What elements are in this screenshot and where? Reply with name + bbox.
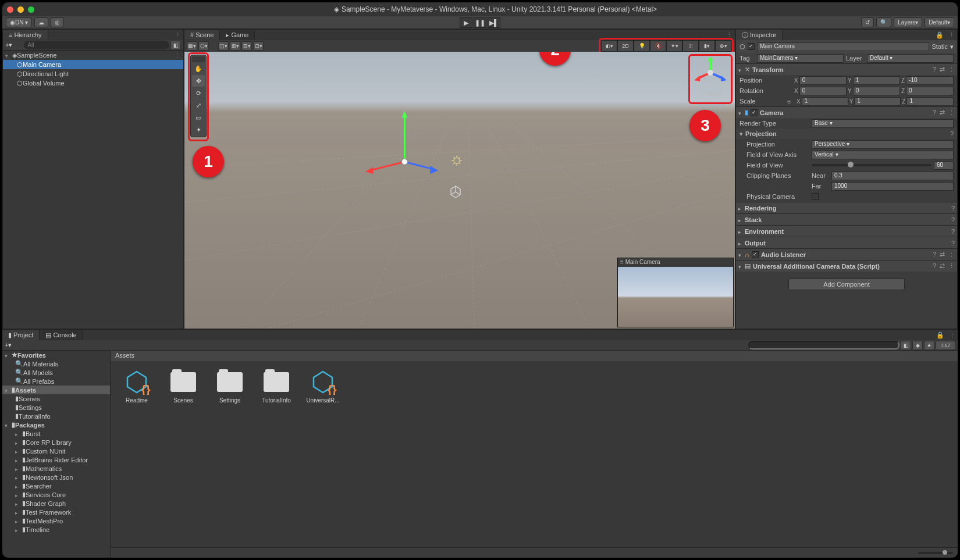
cloud-button[interactable]: ☁ [34,17,48,27]
scene-row[interactable]: ◈ SampleScene⋮ [3,51,183,60]
environment-section[interactable]: Environment? [736,225,957,237]
pkg-nunit[interactable]: ▮ Custom NUnit [2,447,110,455]
urp-data-header[interactable]: ▤ Universal Additional Camera Data (Scri… [736,260,957,272]
project-tab[interactable]: ▮ Project [2,330,40,340]
help-icon[interactable]: ? [933,109,936,116]
debug-draw-dropdown[interactable]: ◐▾ [601,40,617,52]
orientation-gizmo[interactable]: ≡ Persp [689,55,731,102]
fov-slider[interactable] [812,164,931,166]
visibility-toggle-icon[interactable]: 👁̸ [682,40,699,52]
camera-preview[interactable]: ≡ Main Camera [617,258,734,327]
pkg-services[interactable]: ▮ Services Core [2,490,110,499]
asset-scenes[interactable]: Scenes [165,369,201,404]
menu-icon[interactable]: ⋮ [948,262,955,270]
projection-dropdown[interactable]: Perspective ▾ [812,140,954,149]
tool-snap-icon[interactable]: ⊞▾ [230,41,240,51]
hierarchy-item-main-camera[interactable]: ⬡ Main Camera [3,60,183,69]
camera-dropdown-icon[interactable]: ▮▾ [699,40,715,52]
account-dropdown[interactable]: ◉ DN ▾ [6,17,32,27]
hierarchy-item-directional-light[interactable]: ⬡ Directional Light [3,69,183,79]
fav-all-materials[interactable]: 🔍 All Materials [2,359,110,368]
pkg-math[interactable]: ▮ Mathematics [2,464,110,473]
menu-icon[interactable]: ⋮ [948,109,955,116]
create-dropdown[interactable]: +▾ [5,41,12,49]
transform-header[interactable]: ⤧ Transform?⇄⋮ [736,63,957,75]
pkg-timeline[interactable]: ▮ Timeline [2,525,110,534]
far-field[interactable]: 1000 [831,182,954,191]
pkg-tmp[interactable]: ▮ TextMeshPro [2,516,110,525]
scale-y-field[interactable]: 1 [854,97,901,106]
object-name-field[interactable]: Main Camera [757,42,929,51]
search-type-icon[interactable]: ◧ [901,341,911,350]
preset-icon[interactable]: ⇄ [940,262,945,270]
help-icon[interactable]: ? [951,216,955,223]
rect-tool-icon[interactable]: ▭ [192,112,205,123]
assets-folder[interactable]: ▮ Assets [2,386,110,394]
maximize-icon[interactable] [28,6,34,13]
tab-menu-icon[interactable]: ⋮ [946,31,957,39]
help-icon[interactable]: ? [933,262,936,270]
tab-menu-icon[interactable]: ⋮ [172,31,183,39]
output-section[interactable]: Output? [736,237,957,248]
folder-tutorialinfo[interactable]: ▮ TutorialInfo [2,412,110,420]
layers-dropdown[interactable]: Layers ▾ [894,17,922,27]
tab-menu-icon[interactable]: ⋮ [947,331,958,339]
favorites-header[interactable]: ★ Favorites [2,351,110,359]
asset-universalrp[interactable]: {} UniversalR... [305,369,341,404]
near-field[interactable]: 0.3 [831,172,954,180]
fav-all-models[interactable]: 🔍 All Models [2,368,110,377]
audio-listener-header[interactable]: ∩ Audio Listener?⇄⋮ [736,248,957,260]
hierarchy-filter-icon[interactable]: ◧ [170,41,181,50]
help-icon[interactable]: ? [933,251,936,258]
pos-y-field[interactable]: 1 [853,76,900,85]
camera-enabled-checkbox[interactable] [751,109,758,116]
fx-dropdown-icon[interactable]: ✦▾ [666,40,682,52]
link-scale-icon[interactable]: ⍟ [787,98,794,105]
hierarchy-search[interactable] [24,41,169,49]
pkg-searcher[interactable]: ▮ Searcher [2,481,110,490]
stack-section[interactable]: Stack? [736,213,957,225]
rotate-tool-icon[interactable]: ⟳ [192,87,205,99]
rot-x-field[interactable]: 0 [799,87,847,95]
hidden-icon[interactable]: 👁̸17 [936,341,955,350]
lighting-toggle-icon[interactable]: 💡 [634,40,650,52]
gizmos-dropdown-icon[interactable]: ⊕▾ [715,40,731,52]
create-dropdown[interactable]: +▾ [5,341,12,349]
pos-z-field[interactable]: -10 [906,76,954,85]
tool-increment-icon[interactable]: ⊟▾ [241,41,252,51]
folder-scenes[interactable]: ▮ Scenes [2,394,110,403]
pkg-shadergraph[interactable]: ▮ Shader Graph [2,499,110,508]
asset-tutorialinfo[interactable]: TutorialInfo [258,369,294,404]
pkg-testframework[interactable]: ▮ Test Framework [2,508,110,516]
fov-axis-dropdown[interactable]: Vertical ▾ [812,151,954,159]
tool-pivot-icon[interactable]: ⬡▾ [198,41,209,51]
audio-enabled-checkbox[interactable] [752,251,759,258]
console-tab[interactable]: ▤ Console [40,330,83,340]
assets-grid[interactable]: {} Readme Scenes Settings TutorialInfo {… [111,361,958,547]
asset-readme[interactable]: {} Readme [119,369,155,404]
rot-y-field[interactable]: 0 [853,87,900,95]
preset-icon[interactable]: ⇄ [940,66,945,73]
render-type-dropdown[interactable]: Base ▾ [812,119,954,128]
static-dropdown-icon[interactable]: ▾ [950,43,954,51]
step-button[interactable]: ▶▌ [488,17,500,28]
scale-tool-icon[interactable]: ⤢ [192,99,205,111]
tool-grid-snap-icon[interactable]: ⊡▾ [253,41,264,51]
project-folders[interactable]: ★ Favorites 🔍 All Materials 🔍 All Models… [2,351,111,558]
search-button[interactable]: 🔍 [876,17,891,27]
camera-header[interactable]: ▮ Camera?⇄⋮ [736,106,957,118]
asset-settings[interactable]: Settings [212,369,248,404]
menu-icon[interactable]: ⋮ [948,251,955,258]
minimize-icon[interactable] [17,6,24,13]
active-checkbox[interactable] [748,43,755,50]
favorite-icon[interactable]: ★ [924,341,934,350]
tool-grip-icon[interactable] [192,56,205,62]
physical-camera-checkbox[interactable] [812,193,819,200]
help-icon[interactable]: ? [951,205,955,212]
thumbnail-size-slider[interactable] [918,552,953,554]
rendering-section[interactable]: Rendering? [736,202,957,213]
game-tab[interactable]: ▸ Game [220,30,255,40]
undo-history-button[interactable]: ↺ [861,17,874,27]
pkg-corerp[interactable]: ▮ Core RP Library [2,438,110,447]
hierarchy-item-global-volume[interactable]: ⬡ Global Volume [3,79,183,88]
